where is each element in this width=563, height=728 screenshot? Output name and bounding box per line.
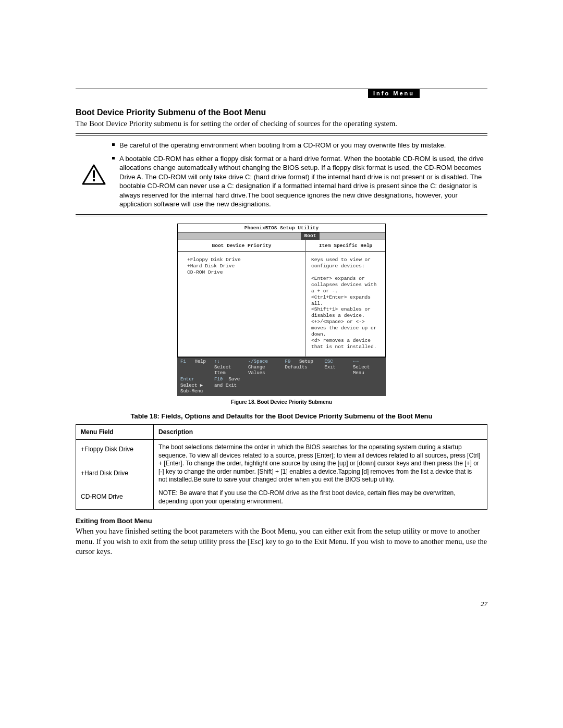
figure-caption: Figure 18. Boot Device Priority Submenu — [76, 399, 487, 405]
key-f9: F9 — [285, 359, 297, 365]
key-f10: F10 — [214, 377, 226, 382]
desc-note: NOTE: Be aware that if you use the CD-RO… — [158, 489, 482, 505]
warning-text: Be careful of the operating environment … — [119, 141, 446, 149]
bios-device-list: +Floppy Disk Drive +Hard Disk Drive CD-R… — [178, 252, 305, 291]
desc-main: The boot selections determine the order … — [158, 443, 482, 484]
col-menu-field: Menu Field — [76, 425, 154, 440]
key-enter: Enter — [180, 377, 194, 382]
key-label: Change Values — [248, 365, 265, 376]
table-title: Table 18: Fields, Options and Defaults f… — [76, 412, 487, 420]
warning-callout: Be careful of the operating environment … — [76, 133, 487, 216]
key-label: Exit — [324, 365, 336, 370]
warning-icon — [76, 141, 112, 209]
svg-rect-2 — [93, 179, 95, 181]
header-rule: Info Menu — [76, 89, 487, 98]
cell-description: The boot selections determine the order … — [154, 440, 487, 510]
warning-item: A bootable CD-ROM has either a floppy di… — [112, 154, 487, 209]
bios-tab-row: Boot — [178, 232, 385, 240]
key-updown: ↑↓ — [214, 359, 226, 365]
col-description: Description — [154, 425, 487, 440]
key-leftright: ←→ — [353, 359, 364, 365]
bios-left-heading: Boot Device Priority — [178, 240, 305, 252]
bios-screenshot: PhoenixBIOS Setup Utility Boot Boot Devi… — [177, 224, 386, 396]
key-label: Select ▶ Sub-Menu — [180, 383, 203, 394]
section-tab: Info Menu — [368, 89, 420, 98]
warning-item: Be careful of the operating environment … — [112, 141, 487, 150]
key-label: Select Menu — [353, 365, 370, 376]
bios-help-text: Keys used to view or configure devices: … — [306, 252, 385, 356]
warning-list: Be careful of the operating environment … — [112, 141, 487, 209]
bios-title: PhoenixBIOS Setup Utility — [178, 224, 385, 232]
warning-text: A bootable CD-ROM has either a floppy di… — [119, 155, 484, 208]
page-heading: Boot Device Priority Submenu of the Boot… — [76, 108, 487, 117]
table-row: +Floppy Disk Drive +Hard Disk Drive CD-R… — [76, 440, 487, 510]
bios-right-heading: Item Specific Help — [306, 240, 385, 252]
exit-paragraph: When you have finished setting the boot … — [76, 526, 487, 557]
svg-rect-1 — [93, 170, 95, 178]
key-esc: ESC — [324, 359, 336, 365]
page-number: 27 — [481, 600, 487, 608]
fields-table: Menu Field Description +Floppy Disk Driv… — [76, 424, 487, 510]
key-space: -/Space — [248, 359, 268, 365]
cell-menu-field: +Floppy Disk Drive +Hard Disk Drive CD-R… — [76, 440, 154, 510]
key-label: Help — [194, 359, 206, 364]
intro-text: The Boot Device Priority submenu is for … — [76, 119, 487, 128]
key-label: Select Item — [214, 365, 231, 376]
document-page: Info Menu Boot Device Priority Submenu o… — [0, 0, 563, 728]
bios-footer: F1 Help ↑↓ Select Item -/Space Change Va… — [177, 357, 386, 397]
key-f1: F1 — [180, 359, 192, 365]
exit-heading: Exiting from Boot Menu — [76, 517, 487, 525]
bios-active-tab: Boot — [301, 232, 320, 240]
